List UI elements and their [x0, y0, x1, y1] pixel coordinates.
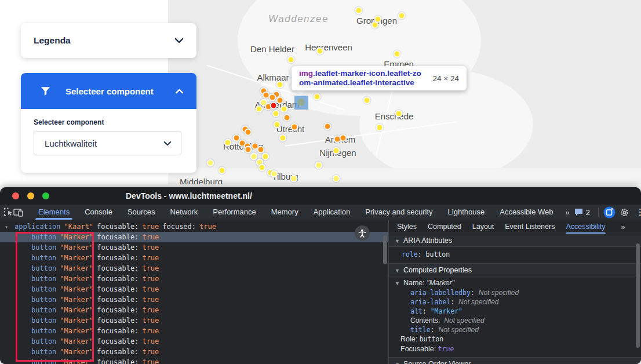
tree-row-button-marker[interactable]: button"Marker"focusable:true: [0, 294, 388, 305]
map-marker[interactable]: [269, 94, 276, 101]
map-marker[interactable]: [245, 146, 252, 154]
zoom-window-button[interactable]: [42, 192, 49, 199]
legend-panel[interactable]: Legenda: [21, 23, 196, 58]
inspect-element-icon[interactable]: [3, 206, 13, 219]
accessibility-tree: ▾application"Kaart"focusable:truefocused…: [0, 220, 388, 364]
node-name: "Kaart": [64, 223, 94, 231]
leaflet-map[interactable]: WaddenzeeGroningenDen HelderHeerenveenEm…: [168, 0, 641, 184]
minimize-window-button[interactable]: [27, 192, 34, 199]
tree-row-button-marker[interactable]: button"Marker"focusable:true: [0, 242, 388, 253]
map-marker[interactable]: [283, 114, 291, 122]
map-marker[interactable]: [395, 110, 403, 118]
node-attr-value: true: [142, 285, 159, 293]
tree-row-button-marker[interactable]: button"Marker"focusable:true: [0, 305, 388, 315]
map-marker[interactable]: [274, 121, 281, 129]
map-marker[interactable]: [394, 50, 401, 58]
map-marker[interactable]: [262, 153, 269, 161]
map-marker[interactable]: [333, 147, 340, 155]
map-marker[interactable]: [272, 110, 280, 118]
section-aria-attributes[interactable]: ▼ARIA Attributes: [389, 234, 641, 247]
map-marker[interactable]: [324, 123, 332, 130]
tab-network[interactable]: Network: [163, 205, 206, 220]
sidebar-scrollbar-thumb[interactable]: [636, 243, 640, 348]
issues-icon[interactable]: [574, 208, 584, 216]
map-marker[interactable]: [333, 175, 340, 183]
map-marker[interactable]: [376, 124, 384, 132]
tab-performance[interactable]: Performance: [205, 205, 263, 220]
close-window-button[interactable]: [12, 192, 19, 199]
tree-row-button-marker[interactable]: button"Marker"focusable:true: [0, 284, 388, 294]
select-component-header[interactable]: Selecteer component: [21, 73, 196, 109]
chevron-down-icon[interactable]: [174, 38, 184, 43]
tree-row-button-marker[interactable]: button"Marker"focusable:true: [0, 274, 388, 284]
tab-console[interactable]: Console: [77, 205, 120, 220]
sidebar-tabbar: Styles Computed Layout Event Listeners A…: [389, 220, 641, 234]
dock-side-active-icon[interactable]: [602, 206, 617, 219]
map-marker[interactable]: [355, 7, 363, 14]
map-label: Alkmaar: [257, 72, 289, 82]
tree-row-button-marker[interactable]: button"Marker"focusable:true: [0, 347, 388, 357]
highlighted-marker-icon[interactable]: [297, 99, 305, 106]
more-sidebar-tabs-icon[interactable]: »: [617, 223, 630, 231]
section-source-order-viewer[interactable]: ▼Source Order Viewer: [389, 357, 641, 364]
map-marker[interactable]: [256, 105, 263, 113]
tab-sources[interactable]: Sources: [120, 205, 163, 220]
tab-accessible-web[interactable]: Accessible Web: [492, 205, 560, 220]
map-marker[interactable]: [314, 93, 321, 101]
map-marker[interactable]: [270, 102, 278, 110]
tree-row-application[interactable]: ▾application"Kaart"focusable:truefocused…: [0, 221, 388, 232]
map-marker[interactable]: [281, 105, 288, 113]
property-value: Not specified: [444, 316, 484, 325]
map-marker[interactable]: [271, 170, 278, 178]
map-marker[interactable]: [207, 159, 214, 167]
map-marker[interactable]: [398, 12, 406, 20]
toggle-device-toolbar-icon[interactable]: [13, 206, 24, 219]
map-marker[interactable]: [340, 134, 347, 142]
map-marker[interactable]: [276, 81, 284, 89]
settings-gear-icon[interactable]: [617, 206, 632, 219]
map-marker[interactable]: [290, 175, 298, 183]
tree-row-button-marker[interactable]: button"Marker"focusable:true: [0, 263, 388, 274]
node-name: "Marker": [60, 254, 93, 262]
map-marker[interactable]: [372, 21, 379, 29]
map-marker[interactable]: [291, 123, 298, 131]
tab-privacy-security[interactable]: Privacy and security: [358, 205, 440, 220]
tree-row-button-marker[interactable]: button"Marker"focusable:true: [0, 357, 388, 364]
map-marker[interactable]: [287, 56, 295, 64]
computed-name-row[interactable]: ▼Name: "Marker": [389, 276, 641, 288]
node-attr-key: focusable:: [97, 264, 139, 272]
map-marker[interactable]: [315, 162, 323, 169]
map-marker[interactable]: [276, 97, 284, 104]
map-marker[interactable]: [224, 139, 232, 147]
tab-layout[interactable]: Layout: [472, 220, 494, 234]
tab-computed[interactable]: Computed: [428, 220, 461, 234]
tab-accessibility[interactable]: Accessibility: [566, 220, 605, 234]
tree-row-button-marker[interactable]: button"Marker"focusable:true: [0, 315, 388, 326]
map-label: Enschede: [375, 111, 414, 121]
node-role: application: [14, 223, 60, 231]
map-marker[interactable]: [363, 97, 371, 104]
section-computed-properties[interactable]: ▼Computed Properties: [389, 264, 641, 276]
tree-row-button-marker[interactable]: button"Marker"focusable:true: [0, 232, 388, 242]
tree-row-button-marker[interactable]: button"Marker"focusable:true: [0, 326, 388, 336]
component-select-dropdown[interactable]: Luchtkwaliteit: [34, 131, 181, 155]
tree-row-button-marker[interactable]: button"Marker"focusable:true: [0, 253, 388, 263]
more-tabs-icon[interactable]: »: [560, 208, 574, 217]
kebab-menu-icon[interactable]: ⋮: [632, 207, 641, 217]
select-component-panel: Selecteer component Selecteer component …: [21, 73, 196, 173]
map-marker[interactable]: [257, 146, 265, 154]
tree-row-button-marker[interactable]: button"Marker"focusable:true: [0, 336, 388, 347]
map-marker[interactable]: [316, 48, 324, 55]
map-marker[interactable]: [245, 129, 252, 136]
map-marker[interactable]: [258, 164, 266, 172]
tab-memory[interactable]: Memory: [264, 205, 306, 220]
tab-elements[interactable]: Elements: [31, 205, 77, 220]
tree-scrollbar-thumb[interactable]: [383, 235, 387, 264]
chevron-up-icon[interactable]: [175, 89, 184, 94]
tab-lighthouse[interactable]: Lighthouse: [440, 205, 493, 220]
map-marker[interactable]: [218, 167, 226, 174]
tab-application[interactable]: Application: [306, 205, 358, 220]
tab-styles[interactable]: Styles: [397, 220, 417, 234]
map-marker[interactable]: [279, 134, 287, 142]
tab-event-listeners[interactable]: Event Listeners: [505, 220, 555, 234]
